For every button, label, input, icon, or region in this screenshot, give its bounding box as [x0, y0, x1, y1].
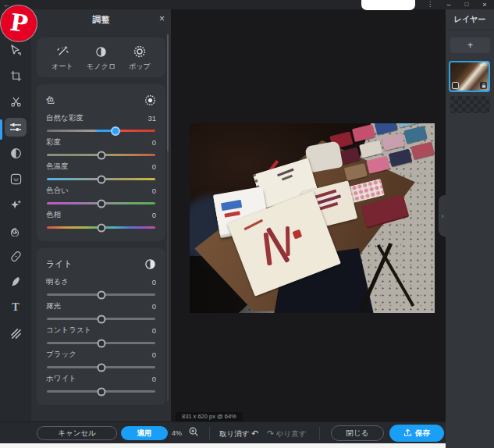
redo-icon: ↷ [267, 428, 274, 438]
slider-value: 0 [152, 326, 156, 335]
quick-action-pop[interactable]: ポップ [122, 44, 158, 72]
apply-button[interactable]: 適用 [121, 426, 168, 440]
save-label: 保存 [415, 428, 430, 439]
slider-label: 色温度 [46, 162, 69, 172]
tool-heal[interactable] [5, 247, 27, 265]
undo-icon: ↶ [251, 428, 258, 438]
maximize-icon[interactable]: □ [461, 0, 472, 9]
quick-action-label: モノクロ [87, 62, 116, 72]
slider-value: 0 [152, 350, 156, 359]
saturation-slider[interactable] [47, 154, 155, 156]
temperature-slider[interactable] [47, 178, 155, 180]
tool-swirl[interactable] [5, 221, 27, 240]
slider-label: 明るさ [46, 277, 69, 287]
exposure-slider[interactable] [47, 318, 155, 320]
contrast-icon[interactable] [144, 258, 156, 270]
light-section-title: ライト [46, 258, 73, 270]
panel-close-icon[interactable]: × [159, 13, 165, 24]
slider-handle[interactable] [97, 339, 105, 347]
tool-draw[interactable] [5, 272, 27, 291]
quick-action-label: オート [52, 62, 73, 72]
tool-sidebar: T [0, 9, 31, 421]
cancel-button[interactable]: キャンセル [37, 426, 117, 440]
sticker-frame-icon [10, 173, 22, 185]
highlighted-blank-button[interactable] [361, 0, 415, 10]
zoom-level-value: 4% [172, 429, 182, 437]
slider-handle[interactable] [97, 199, 105, 208]
add-layer-button[interactable]: + [450, 37, 490, 53]
menu-dots-icon[interactable]: ⋮ [425, 0, 435, 9]
slider-value: 0 [152, 162, 156, 171]
undo-button[interactable]: 取り消す ↶ [219, 428, 258, 439]
tool-sticker[interactable] [5, 169, 27, 188]
tool-crop[interactable] [5, 66, 27, 85]
slider-handle[interactable] [97, 290, 105, 299]
layer-menu-icon[interactable]: ••• [480, 62, 487, 67]
slider-handle[interactable] [97, 175, 105, 183]
slider-label: 露光 [46, 301, 61, 311]
slider-row-exposure: 露光 0 [46, 301, 156, 320]
white-slider[interactable] [47, 390, 155, 393]
feather-brush-icon [10, 276, 21, 287]
editor-canvas[interactable]: 831 x 620 px @ 64% [171, 9, 446, 421]
tool-effects[interactable] [5, 195, 27, 214]
tint-slider[interactable] [47, 202, 155, 204]
divider [446, 30, 494, 30]
window-close-icon[interactable]: × [479, 0, 490, 9]
slider-handle[interactable] [97, 223, 105, 232]
slider-handle[interactable] [97, 151, 105, 159]
top-bar: ← ⋮ – □ × [0, 0, 494, 9]
lock-icon [480, 82, 487, 89]
color-section-card: 色 自然な彩度 31 [37, 84, 165, 241]
scissors-icon [10, 96, 22, 108]
black-slider[interactable] [47, 366, 155, 368]
zoom-in-icon[interactable] [188, 426, 199, 440]
divider [209, 427, 210, 439]
slider-handle[interactable] [97, 315, 105, 323]
quick-action-monochrome[interactable]: モノクロ [84, 44, 119, 72]
slider-row-saturation: 彩度 0 [46, 137, 156, 156]
photo-image[interactable] [190, 123, 435, 313]
tool-cut[interactable] [5, 92, 27, 111]
layer-item-transparent[interactable] [450, 96, 490, 113]
tool-contrast[interactable] [5, 144, 27, 162]
slider-handle[interactable] [97, 387, 105, 396]
hatch-icon [10, 328, 22, 340]
adjust-panel-scroll[interactable]: オート モノクロ ポップ [31, 30, 171, 421]
save-button[interactable]: 保存 [389, 425, 444, 442]
slider-row-temperature: 色温度 0 [46, 162, 156, 180]
slider-handle[interactable] [97, 363, 105, 372]
close-button[interactable]: 閉じる [331, 425, 384, 441]
tool-text[interactable]: T [5, 298, 27, 317]
quick-actions-card: オート モノクロ ポップ [37, 37, 165, 77]
slider-row-contrast: コントラスト 0 [46, 325, 156, 344]
slider-value: 0 [152, 278, 156, 286]
hue-slider[interactable] [47, 226, 155, 229]
sparkle-icon [10, 199, 22, 211]
slider-handle[interactable] [111, 126, 120, 136]
slider-label: 色相 [46, 210, 61, 220]
tool-adjust[interactable] [5, 118, 27, 137]
slider-label: ホワイト [46, 374, 76, 384]
quick-action-auto[interactable]: オート [44, 44, 80, 72]
color-section-title: 色 [46, 94, 55, 106]
layer-item-photo[interactable]: ••• [449, 61, 490, 92]
panel-scrollbar-thumb[interactable] [167, 34, 169, 151]
vibrance-slider[interactable] [47, 130, 155, 132]
layers-panel: レイヤー + ••• [446, 9, 494, 448]
sliders-icon [9, 121, 22, 133]
tool-select[interactable] [5, 41, 27, 59]
brightness-slider[interactable] [47, 293, 155, 296]
redo-button[interactable]: ↷ やり直す [267, 428, 307, 439]
save-upload-icon [403, 428, 412, 439]
color-adjust-icon[interactable] [144, 94, 156, 106]
adjust-panel: 調整 × オート モノクロ [31, 9, 171, 421]
minimize-icon[interactable]: – [443, 0, 454, 9]
slider-label: コントラスト [46, 325, 91, 336]
layers-collapse-handle[interactable]: › [439, 195, 446, 236]
slider-row-tint: 色合い 0 [46, 186, 156, 204]
pinterest-logo[interactable]: P [1, 5, 37, 41]
contrast-slider[interactable] [47, 342, 155, 344]
tool-pattern[interactable] [5, 324, 27, 343]
slider-row-white: ホワイト 0 [46, 374, 156, 393]
